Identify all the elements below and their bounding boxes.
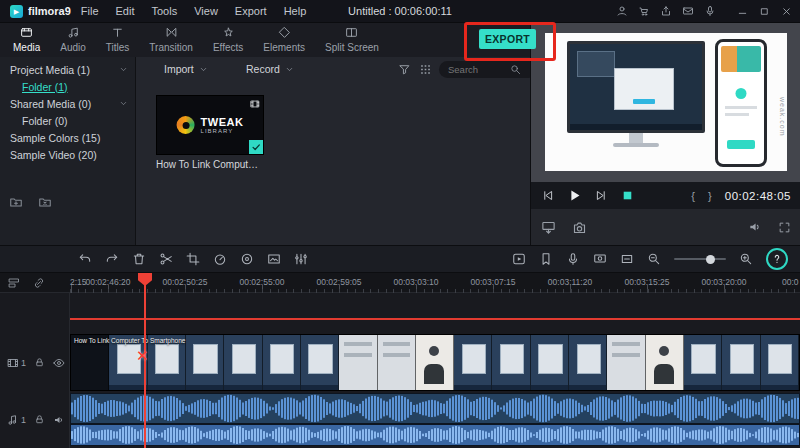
clip-thumbnail-frame <box>569 335 607 390</box>
tab-elements[interactable]: Elements <box>254 22 314 57</box>
media-clip-thumbnail[interactable]: TWEAK LIBRARY <box>156 95 264 155</box>
preview-phone-graphic <box>715 39 767 167</box>
volume-speaker-icon[interactable] <box>748 220 762 234</box>
sidebar-item-1[interactable]: Folder (1) <box>0 78 135 95</box>
search-input[interactable] <box>446 63 506 76</box>
user-icon[interactable] <box>616 5 628 17</box>
tab-split-icon <box>345 26 358 39</box>
menu-help[interactable]: Help <box>284 5 307 17</box>
link-icon[interactable] <box>33 277 45 289</box>
add-to-timeline-icon[interactable] <box>541 220 556 235</box>
tab-audio[interactable]: Audio <box>51 22 95 57</box>
ruler-timestamp: 00:02:46:20 <box>86 277 131 287</box>
close-icon[interactable] <box>781 6 792 17</box>
preview-timecode: 00:02:48:05 <box>725 190 791 202</box>
scissors-icon[interactable] <box>159 252 173 266</box>
clip-thumbnail-frame <box>378 335 416 390</box>
zoom-out-icon[interactable] <box>647 252 661 266</box>
new-folder-icon[interactable] <box>9 195 23 209</box>
frame-grab-icon[interactable] <box>267 252 281 266</box>
media-clip-card[interactable]: TWEAK LIBRARY How To Link Computer... <box>156 95 262 170</box>
tweak-logo-text: TWEAK <box>201 117 244 128</box>
tab-titles-icon <box>111 26 124 39</box>
clip-thumbnail-frame <box>492 335 530 390</box>
fullscreen-icon[interactable] <box>778 221 791 234</box>
play-button[interactable] <box>567 188 582 203</box>
record-dropdown[interactable]: Record <box>246 63 294 75</box>
mixer-icon[interactable] <box>294 252 308 266</box>
timeline-toolbar-right <box>512 248 800 270</box>
trash-icon[interactable] <box>132 252 146 266</box>
clip-thumbnail-frame <box>186 335 224 390</box>
sidebar-item-0[interactable]: Project Media (1) <box>0 61 135 78</box>
minimize-icon[interactable] <box>737 6 748 17</box>
filter-icon[interactable] <box>398 63 411 76</box>
tab-effects[interactable]: Effects <box>204 22 252 57</box>
sidebar-item-4[interactable]: Sample Colors (15) <box>0 129 135 146</box>
menu-edit[interactable]: Edit <box>116 5 135 17</box>
sidebar-item-5[interactable]: Sample Video (20) <box>0 146 135 163</box>
tab-transition[interactable]: Transition <box>140 22 202 57</box>
stop-button[interactable] <box>621 189 634 202</box>
redo-icon[interactable] <box>105 252 119 266</box>
menu-view[interactable]: View <box>194 5 218 17</box>
chevron-down-icon[interactable] <box>119 99 128 108</box>
ruler-timestamp: 00:03:07:15 <box>471 277 516 287</box>
ruler-timestamp: 2:15 <box>70 277 87 287</box>
tab-titles[interactable]: Titles <box>97 22 139 57</box>
mic-icon[interactable] <box>704 5 716 17</box>
mark-out-button[interactable]: } <box>708 190 712 202</box>
help-icon[interactable] <box>766 248 788 270</box>
mark-in-button[interactable]: { <box>691 190 695 202</box>
menu-export[interactable]: Export <box>235 5 267 17</box>
previous-frame-button[interactable] <box>541 189 554 202</box>
zoom-slider-knob[interactable] <box>706 255 715 264</box>
cart-icon[interactable] <box>638 5 650 17</box>
undo-icon[interactable] <box>78 252 92 266</box>
lock-icon[interactable] <box>34 414 45 425</box>
mute-speaker-icon[interactable] <box>53 414 65 426</box>
speed-icon[interactable] <box>213 252 227 266</box>
grid-view-icon[interactable] <box>419 63 432 76</box>
mic-icon[interactable] <box>566 252 580 266</box>
export-button[interactable]: EXPORT <box>479 29 536 49</box>
next-frame-button[interactable] <box>595 189 608 202</box>
menu-file[interactable]: File <box>81 5 99 17</box>
sidebar-item-2[interactable]: Shared Media (0) <box>0 95 135 112</box>
snapshot-camera-icon[interactable] <box>572 220 587 235</box>
ruler-timestamp: 00:0 <box>782 277 799 287</box>
tab-split-screen[interactable]: Split Screen <box>316 22 388 57</box>
delete-folder-icon[interactable] <box>38 195 52 209</box>
menu-tools[interactable]: Tools <box>152 5 178 17</box>
zoom-in-icon[interactable] <box>739 252 753 266</box>
eye-visibility-icon[interactable] <box>53 357 65 369</box>
ruler-left-icons <box>8 277 45 289</box>
timeline-zoom-slider[interactable] <box>674 258 726 260</box>
video-clip[interactable]: How To Link Computer To Smartphone <box>70 334 800 391</box>
manage-tracks-icon[interactable] <box>8 277 20 289</box>
zoom-fit-icon[interactable] <box>620 252 634 266</box>
marker-icon[interactable] <box>539 252 553 266</box>
tweak-logo-subtext: LIBRARY <box>201 128 244 134</box>
audio-waveform-upper[interactable] <box>70 393 800 424</box>
screen-record-icon[interactable] <box>593 252 607 266</box>
import-dropdown[interactable]: Import <box>164 63 208 75</box>
render-play-icon[interactable] <box>512 252 526 266</box>
audio-waveform-lower[interactable] <box>70 424 800 446</box>
search-icon[interactable] <box>510 64 521 75</box>
timeline-toolbar <box>0 245 800 273</box>
chevron-down-icon[interactable] <box>119 65 128 74</box>
tab-media[interactable]: Media <box>4 22 49 57</box>
sidebar-item-3[interactable]: Folder (0) <box>0 112 135 129</box>
timeline-ruler[interactable]: 2:1500:02:46:2000:02:50:2500:02:55:0000:… <box>0 273 800 293</box>
lock-icon[interactable] <box>34 357 45 368</box>
tab-label: Split Screen <box>325 42 379 53</box>
color-icon[interactable] <box>240 252 254 266</box>
maximize-icon[interactable] <box>759 6 770 17</box>
tab-media-icon <box>20 26 33 39</box>
mail-icon[interactable] <box>682 5 694 17</box>
share-icon[interactable] <box>660 5 672 17</box>
audio-track-number: 1 <box>21 415 26 425</box>
tab-label: Audio <box>60 42 86 53</box>
crop-icon[interactable] <box>186 252 200 266</box>
